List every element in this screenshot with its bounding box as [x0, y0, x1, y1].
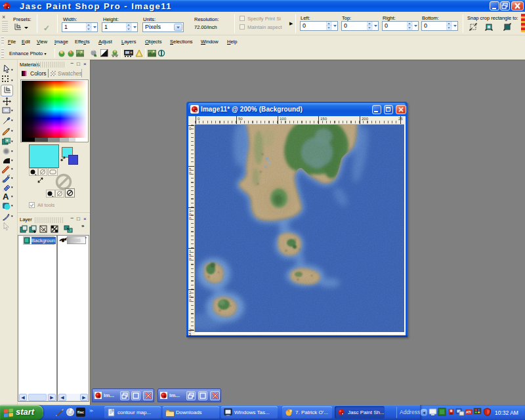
svg-text:ATI: ATI: [466, 410, 471, 414]
